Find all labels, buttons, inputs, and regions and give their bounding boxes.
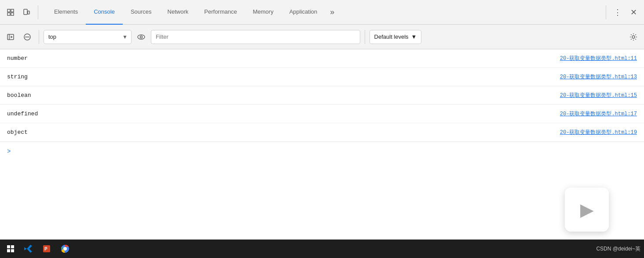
svg-rect-4 bbox=[24, 9, 27, 15]
tab-bar: Elements Console Sources Network Perform… bbox=[0, 0, 644, 25]
svg-point-14 bbox=[632, 36, 635, 38]
svg-rect-3 bbox=[11, 13, 14, 15]
console-value-0: number bbox=[7, 55, 560, 62]
tab-application[interactable]: Application bbox=[282, 0, 326, 25]
svg-point-12 bbox=[138, 35, 145, 39]
svg-rect-18 bbox=[11, 249, 14, 252]
live-expressions-button[interactable] bbox=[134, 30, 148, 44]
tab-network[interactable]: Network bbox=[160, 0, 197, 25]
console-prompt: > bbox=[0, 142, 644, 160]
svg-point-13 bbox=[140, 36, 143, 38]
tab-sources[interactable]: Sources bbox=[123, 0, 160, 25]
log-levels-button[interactable]: Default levels ▼ bbox=[370, 30, 422, 44]
svg-rect-1 bbox=[7, 13, 10, 15]
console-source-1[interactable]: 20-获取变量数据类型.html:13 bbox=[560, 73, 637, 81]
tab-more-button[interactable]: » bbox=[325, 0, 339, 25]
console-value-1: string bbox=[7, 74, 560, 80]
svg-rect-16 bbox=[11, 245, 14, 248]
tab-close-area: ⋮ ✕ bbox=[603, 5, 640, 19]
toolbar-divider-2 bbox=[365, 30, 365, 44]
context-arrow-icon: ▼ bbox=[122, 34, 128, 40]
svg-rect-15 bbox=[7, 245, 10, 248]
filter-input[interactable] bbox=[151, 30, 360, 44]
taskbar-vscode[interactable] bbox=[20, 241, 36, 257]
taskbar-powerpoint[interactable]: P bbox=[39, 241, 55, 257]
tab-elements[interactable]: Elements bbox=[46, 0, 86, 25]
svg-rect-17 bbox=[7, 249, 10, 252]
close-devtools-button[interactable]: ✕ bbox=[626, 5, 640, 19]
console-source-0[interactable]: 20-获取变量数据类型.html:11 bbox=[560, 55, 637, 62]
settings-button[interactable] bbox=[626, 30, 640, 44]
console-row-0: number 20-获取变量数据类型.html:11 bbox=[0, 49, 644, 68]
console-output: number 20-获取变量数据类型.html:11 string 20-获取变… bbox=[0, 49, 644, 240]
console-toolbar: top ▼ Default levels ▼ bbox=[0, 25, 644, 49]
device-toolbar-button[interactable] bbox=[19, 5, 33, 19]
console-row-4: object 20-获取变量数据类型.html:19 bbox=[0, 123, 644, 142]
console-value-2: boolean bbox=[7, 92, 560, 99]
console-source-3[interactable]: 20-获取变量数据类型.html:17 bbox=[560, 110, 637, 118]
taskbar-label: CSDN @deidei~英 bbox=[596, 245, 640, 253]
taskbar: P CSDN @deidei~英 bbox=[0, 240, 644, 258]
console-source-4[interactable]: 20-获取变量数据类型.html:19 bbox=[560, 129, 637, 136]
more-options-button[interactable]: ⋮ bbox=[611, 5, 625, 19]
tab-divider-2 bbox=[606, 5, 606, 19]
inspect-icon-button[interactable] bbox=[4, 5, 18, 19]
svg-rect-0 bbox=[7, 9, 10, 12]
tab-divider bbox=[38, 5, 38, 19]
clear-console-button[interactable] bbox=[20, 30, 34, 44]
tab-memory[interactable]: Memory bbox=[245, 0, 282, 25]
console-row-2: boolean 20-获取变量数据类型.html:15 bbox=[0, 86, 644, 105]
console-row-3: undefined 20-获取变量数据类型.html:17 bbox=[0, 105, 644, 123]
toolbar-divider-1 bbox=[39, 30, 39, 44]
svg-line-9 bbox=[11, 37, 12, 38]
floating-play-button[interactable]: ▶ bbox=[565, 188, 609, 232]
prompt-arrow-icon: > bbox=[7, 148, 11, 155]
console-row-1: string 20-获取变量数据类型.html:13 bbox=[0, 68, 644, 86]
tab-console[interactable]: Console bbox=[86, 0, 123, 25]
console-source-2[interactable]: 20-获取变量数据类型.html:15 bbox=[560, 92, 637, 99]
svg-text:P: P bbox=[44, 247, 48, 251]
svg-rect-6 bbox=[7, 34, 14, 40]
play-icon: ▶ bbox=[580, 199, 594, 220]
start-button[interactable] bbox=[4, 242, 18, 256]
console-value-4: object bbox=[7, 129, 560, 136]
tab-icons bbox=[4, 5, 41, 19]
tab-performance[interactable]: Performance bbox=[196, 0, 245, 25]
levels-arrow-icon: ▼ bbox=[411, 33, 417, 40]
context-selector[interactable]: top ▼ bbox=[44, 30, 132, 44]
svg-rect-5 bbox=[28, 11, 29, 14]
show-console-sidebar-button[interactable] bbox=[4, 30, 18, 44]
svg-rect-2 bbox=[11, 9, 14, 12]
console-value-3: undefined bbox=[7, 111, 560, 117]
taskbar-chrome[interactable] bbox=[57, 241, 73, 257]
